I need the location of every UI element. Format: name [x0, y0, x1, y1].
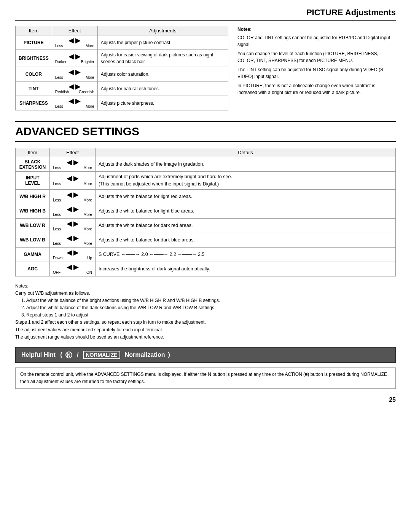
note-line: Steps 1 and 2 affect each other s settin… [15, 319, 396, 326]
left-arrow-icon: ◀ [68, 69, 74, 75]
arrows-row: ◀ ▶ [68, 37, 81, 44]
labels-row: Less More [55, 104, 94, 109]
desc-cell: Adjusts the white balance for dark blue … [96, 233, 396, 247]
left-arrow-icon: ◀ [68, 97, 74, 104]
right-label: More [83, 212, 92, 217]
left-arrow-icon: ◀ [68, 53, 74, 60]
table-row: AGC ◀ ▶ OFF ON Increases the brightness … [16, 262, 396, 276]
advanced-notes-lines: Carry out W/B adjustment as follows.1. A… [15, 290, 396, 341]
labels-row: Less More [53, 212, 92, 217]
effect-arrows: ◀ ▶ Less More [53, 206, 92, 217]
left-label: Less [55, 44, 63, 48]
picture-header-item: Item [16, 26, 52, 35]
circle-n-icon: N [65, 351, 72, 358]
right-label: More [83, 166, 92, 170]
desc-cell: Adjusts for natural esh tones. [97, 81, 228, 96]
table-row: TINT ◀ ▶ Reddish Greenish Adjusts for na… [16, 81, 228, 96]
desc-cell: Adjusts the proper picture contrast. [97, 35, 228, 50]
effect-arrows: ◀ ▶ Less More [53, 191, 92, 202]
effect-arrows: ◀ ▶ Less More [55, 37, 94, 48]
arrows-row: ◀ ▶ [67, 235, 79, 241]
effect-arrows: ◀ ▶ Less More [55, 69, 94, 80]
advanced-notes: Notes: Carry out W/B adjustment as follo… [15, 283, 396, 341]
left-arrow-icon: ◀ [67, 206, 72, 212]
item-cell: W/B LOW R [16, 218, 50, 233]
left-label: Less [53, 166, 61, 170]
arrows-row: ◀ ▶ [68, 83, 81, 90]
arrows-row: ◀ ▶ [68, 53, 81, 60]
advanced-settings-title: ADVANCED SETTINGS [15, 121, 396, 142]
advanced-table-wrap: Item Effect Details BLACK EXTENSION ◀ ▶ … [15, 148, 396, 276]
right-arrow-icon: ▶ [73, 206, 79, 212]
effect-arrows: ◀ ▶ Reddish Greenish [55, 83, 94, 94]
table-row: W/B HIGH R ◀ ▶ Less More Adjusts the whi… [16, 189, 396, 204]
note-line: The adjustment range values should be us… [15, 334, 396, 341]
left-label: Less [53, 241, 61, 246]
table-row: W/B HIGH B ◀ ▶ Less More Adjusts the whi… [16, 204, 396, 218]
effect-cell: ◀ ▶ Less More [50, 204, 96, 218]
table-row: BLACK EXTENSION ◀ ▶ Less More Adjusts th… [16, 157, 396, 172]
desc-cell: Adjusts the white balance for light red … [96, 189, 396, 204]
table-row: W/B LOW B ◀ ▶ Less More Adjusts the whit… [16, 233, 396, 247]
note-line: 2. Adjust the white balance of the dark … [15, 304, 396, 312]
effect-arrows: ◀ ▶ Down Up [53, 249, 92, 260]
labels-row: Less More [53, 182, 92, 186]
right-arrow-icon: ▶ [75, 83, 81, 90]
left-arrow-icon: ◀ [67, 159, 72, 166]
labels-row: Less More [53, 241, 92, 246]
labels-row: Less More [55, 75, 94, 80]
right-label: ON [86, 270, 92, 275]
picture-table: Item Effect Adjustments PICTURE ◀ ▶ Less… [15, 26, 228, 110]
left-label: Less [55, 75, 63, 80]
item-cell: INPUT LEVEL [16, 172, 50, 190]
desc-cell: Increases the brightness of dark signal … [96, 262, 396, 276]
right-arrow-icon: ▶ [73, 264, 79, 270]
right-label: Greenish [79, 90, 94, 94]
note-line: Carry out W/B adjustment as follows. [15, 290, 396, 297]
labels-row: Less More [53, 198, 92, 202]
item-cell: GAMMA [16, 247, 50, 262]
arrows-row: ◀ ▶ [67, 175, 79, 182]
effect-cell: ◀ ▶ Less More [50, 172, 96, 190]
note-line: The TINT setting can be adjusted for NTS… [237, 66, 396, 80]
note-line: COLOR and TINT settings cannot be adjust… [237, 34, 396, 48]
note-line: 3. Repeat steps 1 and 2 to adjust. [15, 312, 396, 319]
item-cell: COLOR [16, 67, 52, 81]
effect-cell: ◀ ▶ Less More [52, 35, 97, 50]
left-label: Reddish [55, 90, 69, 94]
desc-cell: Adjusts color saturation. [97, 67, 228, 81]
left-arrow-icon: ◀ [67, 264, 72, 270]
left-label: OFF [53, 270, 61, 275]
item-cell: BLACK EXTENSION [16, 157, 50, 172]
table-row: BRIGHTNESS ◀ ▶ Darker Brighter Adjusts f… [16, 50, 228, 67]
item-cell: W/B HIGH B [16, 204, 50, 218]
left-label: Less [53, 227, 61, 231]
right-label: More [86, 44, 94, 48]
arrows-row: ◀ ▶ [67, 159, 79, 166]
note-line: 1. Adjust the white balance of the brigh… [15, 297, 396, 304]
arrows-row: ◀ ▶ [68, 69, 81, 75]
desc-cell: S CURVE ←——→ 2.0 ←——→ 2.2 ←——→ 2.5 [96, 247, 396, 262]
item-cell: AGC [16, 262, 50, 276]
left-label: Less [55, 104, 63, 109]
effect-arrows: ◀ ▶ Less More [55, 97, 94, 109]
arrows-row: ◀ ▶ [67, 220, 79, 227]
picture-notes-label: Notes: [237, 26, 396, 33]
effect-cell: ◀ ▶ OFF ON [50, 262, 96, 276]
arrows-row: ◀ ▶ [67, 191, 79, 198]
right-arrow-icon: ▶ [75, 53, 81, 60]
hint-separator: / [75, 351, 79, 358]
adv-header-details: Details [96, 148, 396, 157]
right-label: More [83, 227, 92, 231]
table-row: INPUT LEVEL ◀ ▶ Less More Adjustment of … [16, 172, 396, 190]
note-line: You can change the level of each functio… [237, 50, 396, 64]
adv-header-item: Item [16, 148, 50, 157]
item-cell: BRIGHTNESS [16, 50, 52, 67]
right-label: More [86, 75, 94, 80]
advanced-notes-label: Notes: [15, 283, 396, 290]
effect-arrows: ◀ ▶ OFF ON [53, 264, 92, 275]
table-row: COLOR ◀ ▶ Less More Adjusts color satura… [16, 67, 228, 81]
arrows-row: ◀ ▶ [67, 249, 79, 256]
effect-cell: ◀ ▶ Less More [52, 96, 97, 110]
effect-arrows: ◀ ▶ Darker Brighter [55, 53, 94, 64]
